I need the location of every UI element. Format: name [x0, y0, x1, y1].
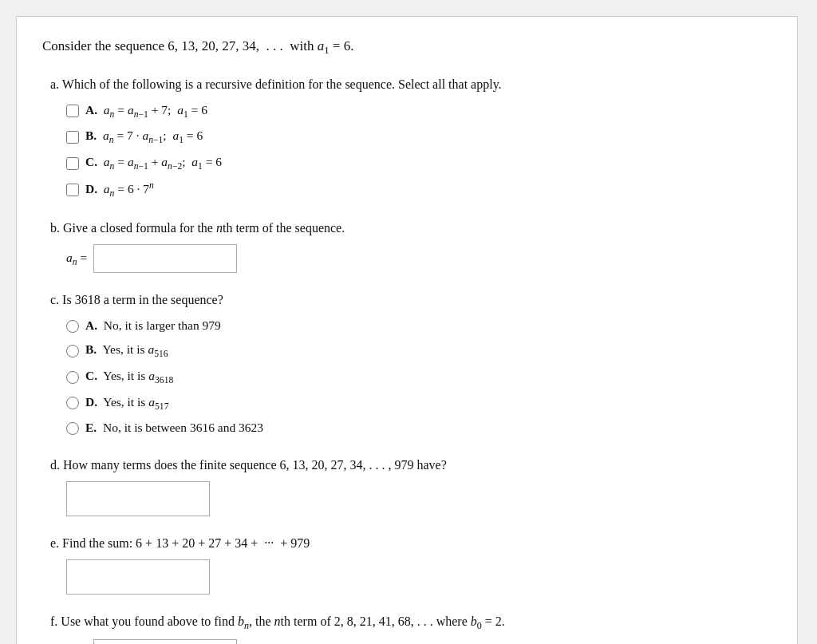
- checkbox-a-B[interactable]: [66, 131, 79, 144]
- option-a-D-label: D. an = 6 · 7n: [85, 179, 154, 202]
- part-b: b. Give a closed formula for the nth ter…: [42, 219, 772, 273]
- option-c-B-label: B. Yes, it is a516: [85, 340, 168, 362]
- option-c-D: D. Yes, it is a517: [66, 393, 772, 415]
- option-a-B: B. an = 7 · an−1; a1 = 6: [66, 126, 772, 148]
- option-a-C: C. an = an−1 + an−2; a1 = 6: [66, 152, 772, 175]
- radio-c-E[interactable]: [66, 422, 79, 435]
- part-b-prefix: an =: [66, 251, 87, 267]
- part-a-label: a. Which of the following is a recursive…: [50, 75, 772, 94]
- option-a-A: A. an = an−1 + 7; a1 = 6: [66, 101, 772, 123]
- part-a: a. Which of the following is a recursive…: [42, 75, 772, 202]
- part-c-label: c. Is 3618 a term in the sequence?: [50, 290, 772, 310]
- option-c-E-label: E. No, it is between 3616 and 3623: [85, 418, 263, 438]
- part-d: d. How many terms does the finite sequen…: [42, 456, 772, 516]
- part-e-input[interactable]: [66, 559, 210, 595]
- part-f-input[interactable]: [93, 639, 237, 644]
- radio-c-B[interactable]: [66, 345, 79, 358]
- part-d-input[interactable]: [66, 481, 210, 516]
- option-c-B: B. Yes, it is a516: [66, 340, 772, 362]
- option-c-C: C. Yes, it is a3618: [66, 366, 772, 389]
- part-b-input[interactable]: [93, 244, 237, 273]
- part-d-label: d. How many terms does the finite sequen…: [50, 456, 772, 475]
- radio-c-A[interactable]: [66, 320, 79, 333]
- radio-c-C[interactable]: [66, 371, 79, 384]
- part-c-options: A. No, it is larger than 979 B. Yes, it …: [66, 316, 772, 438]
- part-b-label: b. Give a closed formula for the nth ter…: [50, 219, 772, 238]
- checkbox-a-A[interactable]: [66, 105, 79, 117]
- option-c-D-label: D. Yes, it is a517: [85, 393, 168, 415]
- checkbox-a-C[interactable]: [66, 157, 79, 170]
- part-a-options: A. an = an−1 + 7; a1 = 6 B. an = 7 · an−…: [66, 101, 772, 202]
- problem-title: Consider the sequence 6, 13, 20, 27, 34,…: [42, 36, 772, 59]
- option-a-D: D. an = 6 · 7n: [66, 179, 772, 202]
- option-c-A: A. No, it is larger than 979: [66, 316, 772, 336]
- part-b-answer-row: an =: [66, 244, 772, 273]
- radio-c-D[interactable]: [66, 397, 79, 409]
- option-c-E: E. No, it is between 3616 and 3623: [66, 418, 772, 438]
- option-a-A-label: A. an = an−1 + 7; a1 = 6: [85, 101, 207, 123]
- option-c-A-label: A. No, it is larger than 979: [85, 316, 221, 336]
- part-f: f. Use what you found above to find bn, …: [42, 612, 772, 644]
- checkbox-a-D[interactable]: [66, 184, 79, 196]
- part-c: c. Is 3618 a term in the sequence? A. No…: [42, 290, 772, 438]
- part-e-label: e. Find the sum: 6 + 13 + 20 + 27 + 34 +…: [50, 534, 772, 553]
- option-c-C-label: C. Yes, it is a3618: [85, 366, 173, 389]
- part-e: e. Find the sum: 6 + 13 + 20 + 27 + 34 +…: [42, 534, 772, 595]
- option-a-C-label: C. an = an−1 + an−2; a1 = 6: [85, 152, 222, 175]
- main-container: Consider the sequence 6, 13, 20, 27, 34,…: [16, 16, 798, 644]
- option-a-B-label: B. an = 7 · an−1; a1 = 6: [85, 126, 203, 148]
- part-f-answer-row: bn =: [66, 639, 772, 644]
- part-f-label: f. Use what you found above to find bn, …: [50, 612, 772, 633]
